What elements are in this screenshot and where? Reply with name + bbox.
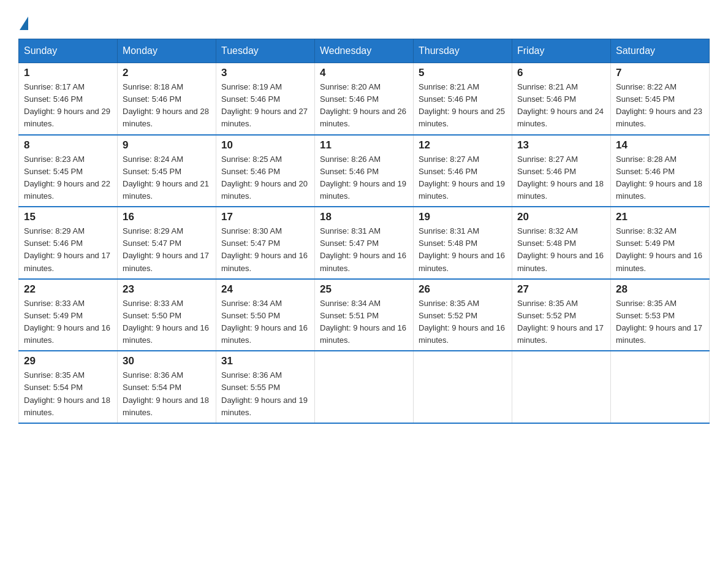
day-info: Sunrise: 8:26 AMSunset: 5:46 PMDaylight:… [320, 155, 406, 201]
page-header [18, 12, 710, 28]
day-number: 29 [24, 355, 112, 367]
calendar-cell: 20Sunrise: 8:32 AMSunset: 5:48 PMDayligh… [512, 207, 611, 279]
calendar-cell: 26Sunrise: 8:35 AMSunset: 5:52 PMDayligh… [414, 279, 512, 351]
calendar-cell: 8Sunrise: 8:23 AMSunset: 5:45 PMDaylight… [19, 135, 118, 207]
day-number: 1 [24, 67, 112, 79]
day-number: 6 [517, 67, 605, 79]
day-info: Sunrise: 8:24 AMSunset: 5:45 PMDaylight:… [123, 155, 209, 201]
day-number: 14 [616, 139, 704, 151]
calendar-week-row: 22Sunrise: 8:33 AMSunset: 5:49 PMDayligh… [19, 279, 710, 351]
calendar-cell [414, 351, 512, 423]
day-info: Sunrise: 8:35 AMSunset: 5:54 PMDaylight:… [24, 370, 110, 416]
day-number: 17 [221, 211, 309, 223]
day-info: Sunrise: 8:30 AMSunset: 5:47 PMDaylight:… [221, 226, 308, 272]
day-number: 2 [123, 67, 211, 79]
calendar-cell: 14Sunrise: 8:28 AMSunset: 5:46 PMDayligh… [611, 135, 710, 207]
day-info: Sunrise: 8:34 AMSunset: 5:50 PMDaylight:… [221, 299, 308, 345]
day-number: 30 [123, 355, 211, 367]
day-number: 12 [419, 139, 507, 151]
day-number: 7 [616, 67, 704, 79]
calendar-cell: 16Sunrise: 8:29 AMSunset: 5:47 PMDayligh… [118, 207, 216, 279]
calendar-cell: 7Sunrise: 8:22 AMSunset: 5:45 PMDaylight… [611, 63, 710, 135]
day-number: 8 [24, 139, 112, 151]
day-number: 9 [123, 139, 211, 151]
calendar-header-saturday: Saturday [611, 39, 710, 63]
calendar-cell: 3Sunrise: 8:19 AMSunset: 5:46 PMDaylight… [216, 63, 315, 135]
day-info: Sunrise: 8:22 AMSunset: 5:45 PMDaylight:… [616, 82, 702, 128]
day-info: Sunrise: 8:32 AMSunset: 5:49 PMDaylight:… [616, 226, 702, 272]
calendar-cell: 5Sunrise: 8:21 AMSunset: 5:46 PMDaylight… [414, 63, 512, 135]
calendar-header-row: SundayMondayTuesdayWednesdayThursdayFrid… [19, 39, 710, 63]
day-number: 10 [221, 139, 309, 151]
day-number: 18 [320, 211, 408, 223]
calendar-week-row: 29Sunrise: 8:35 AMSunset: 5:54 PMDayligh… [19, 351, 710, 423]
day-info: Sunrise: 8:28 AMSunset: 5:46 PMDaylight:… [616, 155, 702, 201]
day-info: Sunrise: 8:33 AMSunset: 5:49 PMDaylight:… [24, 299, 110, 345]
calendar-cell: 11Sunrise: 8:26 AMSunset: 5:46 PMDayligh… [315, 135, 414, 207]
logo [18, 12, 28, 28]
calendar-cell: 30Sunrise: 8:36 AMSunset: 5:54 PMDayligh… [118, 351, 216, 423]
day-info: Sunrise: 8:27 AMSunset: 5:46 PMDaylight:… [517, 155, 604, 201]
day-info: Sunrise: 8:21 AMSunset: 5:46 PMDaylight:… [517, 82, 604, 128]
day-number: 28 [616, 283, 704, 296]
day-number: 26 [419, 283, 507, 296]
day-info: Sunrise: 8:35 AMSunset: 5:52 PMDaylight:… [419, 299, 505, 345]
day-number: 25 [320, 283, 408, 296]
calendar-cell: 4Sunrise: 8:20 AMSunset: 5:46 PMDaylight… [315, 63, 414, 135]
calendar-header-sunday: Sunday [19, 39, 118, 63]
calendar-cell [315, 351, 414, 423]
day-number: 15 [24, 211, 112, 223]
day-number: 5 [419, 67, 507, 79]
day-info: Sunrise: 8:17 AMSunset: 5:46 PMDaylight:… [24, 82, 110, 128]
day-info: Sunrise: 8:21 AMSunset: 5:46 PMDaylight:… [419, 82, 505, 128]
calendar-cell: 17Sunrise: 8:30 AMSunset: 5:47 PMDayligh… [216, 207, 315, 279]
calendar-table: SundayMondayTuesdayWednesdayThursdayFrid… [18, 39, 710, 424]
calendar-cell: 28Sunrise: 8:35 AMSunset: 5:53 PMDayligh… [611, 279, 710, 351]
calendar-cell: 21Sunrise: 8:32 AMSunset: 5:49 PMDayligh… [611, 207, 710, 279]
day-number: 27 [517, 283, 605, 296]
calendar-header-friday: Friday [512, 39, 611, 63]
calendar-cell: 24Sunrise: 8:34 AMSunset: 5:50 PMDayligh… [216, 279, 315, 351]
calendar-week-row: 15Sunrise: 8:29 AMSunset: 5:46 PMDayligh… [19, 207, 710, 279]
calendar-header-tuesday: Tuesday [216, 39, 315, 63]
day-info: Sunrise: 8:29 AMSunset: 5:47 PMDaylight:… [123, 226, 209, 272]
calendar-cell: 13Sunrise: 8:27 AMSunset: 5:46 PMDayligh… [512, 135, 611, 207]
calendar-cell: 6Sunrise: 8:21 AMSunset: 5:46 PMDaylight… [512, 63, 611, 135]
day-info: Sunrise: 8:33 AMSunset: 5:50 PMDaylight:… [123, 299, 209, 345]
calendar-cell: 12Sunrise: 8:27 AMSunset: 5:46 PMDayligh… [414, 135, 512, 207]
calendar-cell: 25Sunrise: 8:34 AMSunset: 5:51 PMDayligh… [315, 279, 414, 351]
calendar-cell: 18Sunrise: 8:31 AMSunset: 5:47 PMDayligh… [315, 207, 414, 279]
calendar-cell: 15Sunrise: 8:29 AMSunset: 5:46 PMDayligh… [19, 207, 118, 279]
day-info: Sunrise: 8:29 AMSunset: 5:46 PMDaylight:… [24, 226, 110, 272]
calendar-cell: 10Sunrise: 8:25 AMSunset: 5:46 PMDayligh… [216, 135, 315, 207]
day-info: Sunrise: 8:34 AMSunset: 5:51 PMDaylight:… [320, 299, 406, 345]
day-number: 4 [320, 67, 408, 79]
day-info: Sunrise: 8:35 AMSunset: 5:52 PMDaylight:… [517, 299, 604, 345]
calendar-cell: 31Sunrise: 8:36 AMSunset: 5:55 PMDayligh… [216, 351, 315, 423]
day-info: Sunrise: 8:36 AMSunset: 5:54 PMDaylight:… [123, 370, 209, 416]
logo-triangle-icon [20, 17, 28, 30]
day-info: Sunrise: 8:23 AMSunset: 5:45 PMDaylight:… [24, 155, 110, 201]
calendar-cell [512, 351, 611, 423]
day-info: Sunrise: 8:27 AMSunset: 5:46 PMDaylight:… [419, 155, 505, 201]
day-info: Sunrise: 8:36 AMSunset: 5:55 PMDaylight:… [221, 370, 308, 416]
day-number: 31 [221, 355, 309, 367]
calendar-cell: 19Sunrise: 8:31 AMSunset: 5:48 PMDayligh… [414, 207, 512, 279]
calendar-cell: 2Sunrise: 8:18 AMSunset: 5:46 PMDaylight… [118, 63, 216, 135]
calendar-header-monday: Monday [118, 39, 216, 63]
day-number: 24 [221, 283, 309, 296]
day-info: Sunrise: 8:20 AMSunset: 5:46 PMDaylight:… [320, 82, 406, 128]
calendar-cell: 1Sunrise: 8:17 AMSunset: 5:46 PMDaylight… [19, 63, 118, 135]
calendar-header-thursday: Thursday [414, 39, 512, 63]
day-info: Sunrise: 8:32 AMSunset: 5:48 PMDaylight:… [517, 226, 604, 272]
calendar-cell: 22Sunrise: 8:33 AMSunset: 5:49 PMDayligh… [19, 279, 118, 351]
day-number: 23 [123, 283, 211, 296]
day-number: 21 [616, 211, 704, 223]
day-info: Sunrise: 8:19 AMSunset: 5:46 PMDaylight:… [221, 82, 308, 128]
calendar-cell: 29Sunrise: 8:35 AMSunset: 5:54 PMDayligh… [19, 351, 118, 423]
calendar-cell: 23Sunrise: 8:33 AMSunset: 5:50 PMDayligh… [118, 279, 216, 351]
day-number: 11 [320, 139, 408, 151]
day-number: 20 [517, 211, 605, 223]
calendar-cell [611, 351, 710, 423]
calendar-week-row: 8Sunrise: 8:23 AMSunset: 5:45 PMDaylight… [19, 135, 710, 207]
